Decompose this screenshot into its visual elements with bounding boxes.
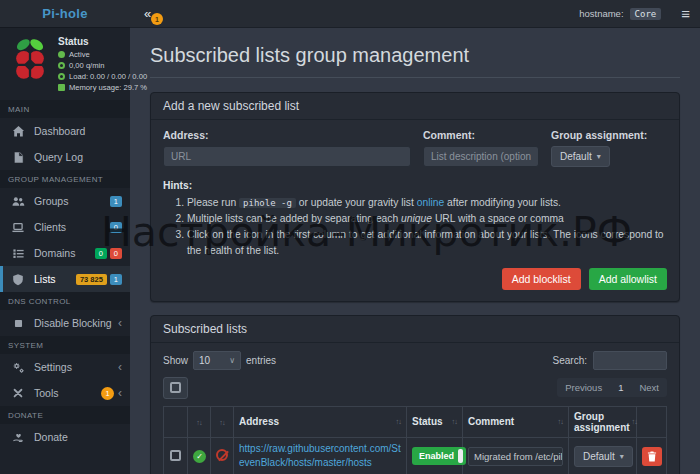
hostname-value: Core	[630, 8, 662, 20]
pihole-g-code: pihole -g	[239, 198, 296, 208]
donate-heart-icon	[11, 430, 25, 444]
header-actions	[637, 406, 667, 437]
sort-icon: ↑↓	[558, 417, 564, 426]
pihole-raspberry-logo	[8, 36, 52, 84]
sidebar-item-groups[interactable]: Groups 1	[0, 188, 130, 214]
page-length-select[interactable]: 10 ∨	[193, 351, 241, 370]
checkbox-icon	[170, 382, 181, 393]
sidebar-item-dashboard[interactable]: Dashboard	[0, 118, 130, 144]
sidebar-section-dns-control: DNS CONTROL	[0, 292, 130, 310]
status-memory-icon	[58, 84, 65, 91]
lists-panel-title: Subscribed lists	[151, 316, 679, 343]
comment-label: Comment:	[423, 129, 539, 141]
add-blocklist-button[interactable]: Add blocklist	[502, 268, 581, 290]
sidebar-section-group-management: GROUP MANAGEMENT	[0, 170, 130, 188]
lists-domains-badge: 73 825	[76, 274, 107, 285]
select-caret-icon: ∨	[229, 356, 235, 365]
header-type-sort[interactable]: ↑↓	[211, 406, 234, 437]
clients-count-badge: 0	[110, 222, 122, 233]
toggle-handle	[458, 449, 463, 463]
add-panel-title: Add a new subscribed list	[151, 93, 679, 120]
header-address[interactable]: Address↑↓	[234, 406, 407, 437]
address-input[interactable]	[163, 146, 411, 167]
shield-icon	[11, 272, 25, 286]
app-window: Pi-hole Status Activ	[0, 0, 700, 474]
sidebar-item-disable-blocking[interactable]: Disable Blocking ‹	[0, 310, 130, 336]
chevron-left-icon: ‹	[118, 360, 122, 374]
sort-icon: ↑↓	[219, 418, 225, 427]
search-control: Search:	[553, 351, 667, 370]
page-title: Subscribed lists group management	[150, 44, 680, 67]
add-allowlist-button[interactable]: Add allowlist	[589, 268, 667, 290]
group-assignment-label: Group assignment:	[551, 129, 667, 141]
sidebar-item-query-log[interactable]: Query Log	[0, 144, 130, 170]
hint-2: Multiple lists can be added by separatin…	[187, 211, 667, 227]
header-status[interactable]: Status↑↓	[407, 406, 463, 437]
header-select	[164, 406, 188, 437]
entries-label: entries	[246, 355, 276, 366]
page-content: Subscribed lists group management Add a …	[130, 28, 700, 474]
sidebar-section-main: MAIN	[0, 100, 130, 118]
page-length-control: Show 10 ∨ entries	[163, 351, 276, 370]
hamburger-menu-icon[interactable]: ≡	[681, 5, 690, 22]
sidebar-section-donate: DONATE	[0, 406, 130, 424]
sidebar-section-system: SYSTEM	[0, 336, 130, 354]
trash-icon	[647, 451, 657, 462]
table-row: ✓ https://raw.githubusercontent.com/Stev…	[164, 437, 667, 474]
status-rate-icon	[58, 62, 65, 69]
previous-page-button[interactable]: Previous	[557, 378, 610, 397]
subscribed-lists-panel: Subscribed lists Show 10 ∨ entries Se	[150, 315, 680, 474]
status-enabled-toggle[interactable]: Enabled	[412, 447, 466, 465]
search-label: Search:	[553, 355, 587, 366]
header-health-sort[interactable]: ↑↓	[188, 406, 211, 437]
brand-title: Pi-hole	[42, 6, 87, 21]
pagination-top: Previous 1 Next	[557, 378, 667, 397]
sidebar-item-tools[interactable]: Tools 1 ‹	[0, 380, 130, 406]
gears-icon	[11, 360, 25, 374]
chevron-left-icon: ‹	[118, 386, 122, 400]
header-group-assignment[interactable]: Group assignment↑↓	[569, 406, 637, 437]
update-notification-badge: 1	[151, 13, 163, 25]
sort-icon: ↑↓	[396, 417, 402, 426]
home-icon	[11, 124, 25, 138]
show-label: Show	[163, 355, 188, 366]
list-url-link[interactable]: https://raw.githubusercontent.com/Steven…	[239, 443, 401, 469]
blocklist-ban-icon[interactable]	[216, 449, 228, 461]
subscribed-lists-table: ↑↓ ↑↓ Address↑↓ Status↑↓ Comment↑↓ Group…	[163, 406, 667, 474]
sidebar: Pi-hole Status Activ	[0, 0, 130, 474]
sidebar-collapse-button[interactable]: « 1	[144, 6, 166, 21]
select-all-checkbox-top[interactable]	[163, 377, 188, 399]
address-label: Address:	[163, 129, 411, 141]
topbar: « 1 hostname: Core ≡	[130, 0, 700, 28]
title-divider	[150, 77, 680, 78]
delete-list-button[interactable]	[642, 447, 662, 466]
sidebar-item-clients[interactable]: Clients 0	[0, 214, 130, 240]
online-link[interactable]: online	[417, 197, 444, 208]
sidebar-item-lists[interactable]: Lists 73 825 1	[0, 266, 130, 292]
row-comment-field[interactable]: Migrated from /etc/pihole	[468, 447, 563, 466]
sidebar-item-domains[interactable]: Domains 0 0	[0, 240, 130, 266]
comment-input[interactable]	[423, 146, 539, 167]
sidebar-item-settings[interactable]: Settings ‹	[0, 354, 130, 380]
status-active-icon	[58, 51, 65, 58]
sidebar-item-donate[interactable]: Donate	[0, 424, 130, 450]
next-page-button[interactable]: Next	[631, 378, 667, 397]
stop-icon	[11, 316, 25, 330]
sort-icon: ↑↓	[632, 417, 638, 426]
brand-link[interactable]: Pi-hole	[0, 0, 130, 28]
table-header-row: ↑↓ ↑↓ Address↑↓ Status↑↓ Comment↑↓ Group…	[164, 406, 667, 437]
search-input[interactable]	[593, 351, 667, 370]
hint-1: Please run pihole -g or update your grav…	[187, 195, 667, 211]
header-comment[interactable]: Comment↑↓	[463, 406, 569, 437]
row-group-dropdown[interactable]: Default ▾	[574, 446, 633, 467]
chevron-left-icon: ‹	[118, 316, 122, 330]
row-checkbox[interactable]	[170, 450, 181, 461]
caret-down-icon: ▾	[620, 452, 624, 461]
lists-count-badge: 1	[110, 274, 122, 285]
group-assignment-dropdown[interactable]: Default ▾	[551, 146, 610, 167]
laptop-icon	[11, 220, 25, 234]
users-icon	[11, 194, 25, 208]
caret-down-icon: ▾	[597, 152, 601, 161]
list-health-ok-icon[interactable]: ✓	[193, 450, 206, 463]
page-number-button[interactable]: 1	[610, 378, 631, 397]
